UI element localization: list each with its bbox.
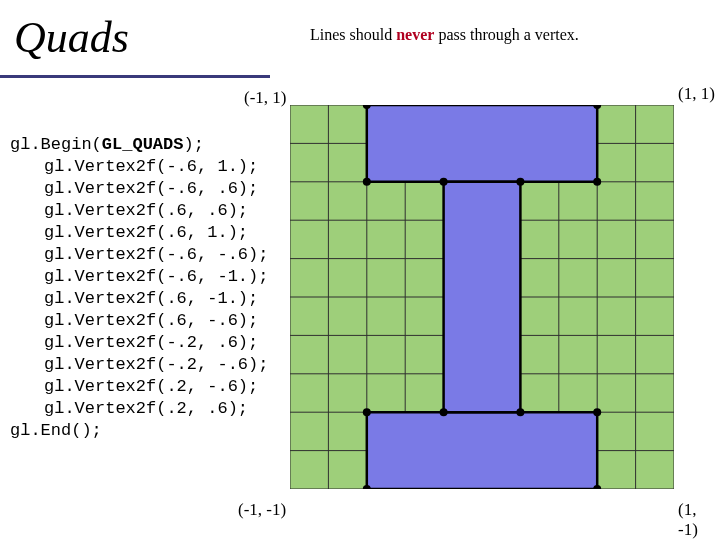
code-text: gl.Vertex2f(.6, -1.); [44, 289, 258, 308]
svg-point-27 [363, 178, 371, 186]
code-text: gl.Vertex2f(-.2, -.6); [44, 355, 268, 374]
code-text: gl.End(); [10, 421, 102, 440]
code-text: gl.Vertex2f(.6, 1.); [44, 223, 248, 242]
code-line: gl.Vertex2f(-.6, -1.); [10, 267, 268, 286]
svg-marker-24 [367, 412, 597, 489]
code-text: gl.Vertex2f(-.6, 1.); [44, 157, 258, 176]
svg-marker-25 [444, 182, 521, 412]
subtitle: Lines should never pass through a vertex… [310, 26, 579, 44]
code-line: gl.Vertex2f(.6, 1.); [10, 223, 248, 242]
code-line: gl.Vertex2f(.6, .6); [10, 201, 248, 220]
svg-point-30 [363, 408, 371, 416]
corner-label-bottom-left: (-1, -1) [238, 500, 286, 520]
corner-label-bottom-right: (1, -1) [678, 500, 720, 540]
code-line: gl.Begin(GL_QUADS); [10, 135, 204, 154]
code-line: gl.Vertex2f(.6, -1.); [10, 289, 258, 308]
subtitle-suffix: pass through a vertex. [434, 26, 578, 43]
subtitle-never: never [396, 26, 434, 43]
code-line: gl.End(); [10, 421, 102, 440]
code-text: gl.Vertex2f(.2, .6); [44, 399, 248, 418]
code-text: gl.Vertex2f(-.2, .6); [44, 333, 258, 352]
svg-point-36 [516, 408, 524, 416]
svg-point-37 [516, 178, 524, 186]
svg-point-35 [440, 408, 448, 416]
code-line: gl.Vertex2f(-.6, 1.); [10, 157, 258, 176]
code-text: gl.Vertex2f(-.6, -.6); [44, 245, 268, 264]
code-text: gl.Begin( [10, 135, 102, 154]
code-block: gl.Begin(GL_QUADS); gl.Vertex2f(-.6, 1.)… [10, 112, 268, 442]
code-text: gl.Vertex2f(.2, -.6); [44, 377, 258, 396]
svg-point-33 [593, 408, 601, 416]
code-line: gl.Vertex2f(-.2, -.6); [10, 355, 268, 374]
code-constant: GL_QUADS [102, 135, 184, 154]
code-text: gl.Vertex2f(-.6, .6); [44, 179, 258, 198]
code-line: gl.Vertex2f(-.6, .6); [10, 179, 258, 198]
code-line: gl.Vertex2f(-.2, .6); [10, 333, 258, 352]
corner-label-top-left: (-1, 1) [244, 88, 286, 108]
svg-point-28 [593, 178, 601, 186]
quads-diagram [290, 105, 674, 489]
code-line: gl.Vertex2f(.6, -.6); [10, 311, 258, 330]
code-text: gl.Vertex2f(-.6, -1.); [44, 267, 268, 286]
corner-label-top-right: (1, 1) [678, 84, 715, 104]
code-text: gl.Vertex2f(.6, -.6); [44, 311, 258, 330]
code-text: gl.Vertex2f(.6, .6); [44, 201, 248, 220]
svg-point-34 [440, 178, 448, 186]
code-text: ); [183, 135, 203, 154]
diagram-svg [290, 105, 674, 489]
code-line: gl.Vertex2f(.2, -.6); [10, 377, 258, 396]
code-line: gl.Vertex2f(.2, .6); [10, 399, 248, 418]
subtitle-prefix: Lines should [310, 26, 396, 43]
code-line: gl.Vertex2f(-.6, -.6); [10, 245, 268, 264]
svg-marker-23 [367, 105, 597, 182]
page-title: Quads [14, 12, 129, 63]
header-divider [0, 75, 270, 78]
